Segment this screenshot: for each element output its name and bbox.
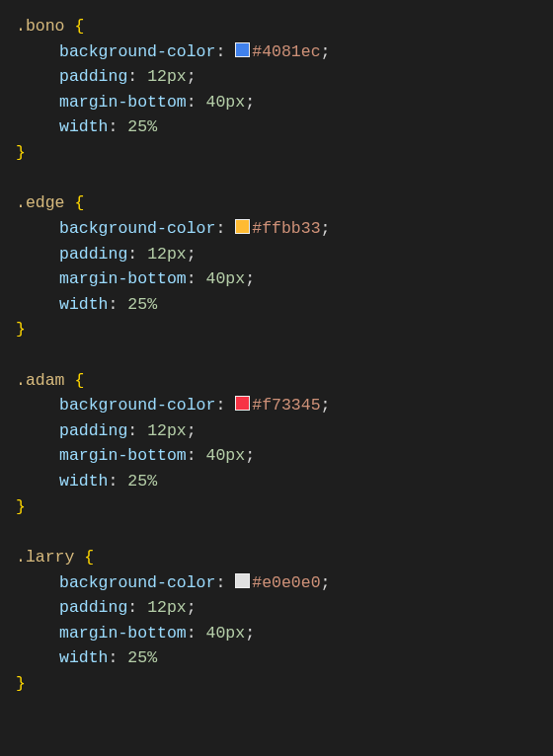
property: background-color (59, 219, 215, 238)
semicolon: ; (245, 93, 255, 112)
css-rule: .bono {background-color: #4081ec;padding… (16, 14, 553, 165)
colon: : (109, 648, 128, 667)
number-value: 12 (147, 598, 167, 617)
close-brace-line: } (16, 671, 553, 697)
colon: : (187, 446, 206, 465)
number-value: 25 (127, 472, 147, 491)
declaration-line: padding: 12px; (16, 64, 553, 90)
declaration-line: margin-bottom: 40px; (16, 266, 553, 292)
declaration-line: width: 25% (16, 292, 553, 318)
code-editor[interactable]: .bono {background-color: #4081ec;padding… (0, 0, 553, 711)
close-brace-line: } (16, 494, 553, 520)
semicolon: ; (321, 396, 331, 415)
semicolon: ; (321, 573, 331, 592)
property: background-color (59, 396, 215, 415)
declaration-line: padding: 12px; (16, 418, 553, 444)
number-value: 25 (127, 295, 147, 314)
declaration-line: width: 25% (16, 469, 553, 494)
selector: .bono (16, 17, 65, 36)
unit-value: px (167, 421, 187, 440)
property: width (59, 117, 109, 136)
close-brace: } (16, 674, 26, 693)
declaration-line: background-color: #4081ec; (16, 39, 553, 65)
open-brace: { (74, 371, 84, 390)
colon: : (215, 573, 235, 592)
colon: : (127, 421, 147, 440)
colon: : (127, 67, 147, 86)
colon: : (187, 269, 206, 288)
open-brace: { (74, 17, 84, 36)
hex-value: #4081ec (252, 42, 320, 61)
colon: : (127, 245, 147, 264)
property: margin-bottom (59, 446, 187, 465)
colon: : (109, 295, 128, 314)
declaration-line: background-color: #f73345; (16, 393, 553, 418)
space (74, 548, 84, 567)
colon: : (215, 219, 235, 238)
colon: : (187, 93, 206, 112)
hex-value: #e0e0e0 (252, 573, 320, 592)
selector: .edge (16, 193, 65, 212)
number-value: 40 (206, 269, 226, 288)
unit-value: px (225, 93, 245, 112)
semicolon: ; (321, 42, 331, 61)
close-brace-line: } (16, 140, 553, 166)
declaration-line: width: 25% (16, 114, 553, 140)
number-value: 25 (127, 117, 147, 136)
unit-value: % (147, 295, 157, 314)
hex-value: #f73345 (252, 396, 320, 415)
close-brace: } (16, 497, 26, 516)
number-value: 25 (127, 648, 147, 667)
number-value: 40 (206, 93, 226, 112)
open-brace: { (74, 193, 84, 212)
semicolon: ; (321, 219, 331, 238)
property: background-color (59, 42, 215, 61)
selector-line: .edge { (16, 190, 553, 216)
unit-value: px (225, 624, 245, 643)
number-value: 12 (147, 421, 167, 440)
property: padding (59, 245, 127, 264)
unit-value: px (167, 598, 187, 617)
property: margin-bottom (59, 624, 187, 643)
declaration-line: margin-bottom: 40px; (16, 443, 553, 469)
semicolon: ; (187, 245, 197, 264)
colon: : (215, 396, 235, 415)
selector-line: .adam { (16, 368, 553, 394)
selector: .larry (16, 548, 74, 567)
property: margin-bottom (59, 93, 187, 112)
semicolon: ; (245, 269, 255, 288)
close-brace: } (16, 143, 26, 162)
close-brace-line: } (16, 317, 553, 342)
property: width (59, 648, 109, 667)
property: width (59, 295, 109, 314)
property: width (59, 472, 109, 491)
declaration-line: background-color: #ffbb33; (16, 216, 553, 242)
selector-line: .larry { (16, 545, 553, 570)
colon: : (215, 42, 235, 61)
color-swatch (235, 42, 250, 57)
unit-value: px (167, 245, 187, 264)
declaration-line: width: 25% (16, 645, 553, 671)
unit-value: % (147, 117, 157, 136)
property: margin-bottom (59, 269, 187, 288)
colon: : (187, 624, 206, 643)
css-rule: .edge {background-color: #ffbb33;padding… (16, 190, 553, 341)
declaration-line: padding: 12px; (16, 595, 553, 621)
property: background-color (59, 573, 215, 592)
semicolon: ; (187, 421, 197, 440)
selector-line: .bono { (16, 14, 553, 39)
color-swatch (235, 573, 250, 588)
unit-value: px (225, 269, 245, 288)
open-brace: { (84, 548, 94, 567)
declaration-line: background-color: #e0e0e0; (16, 570, 553, 596)
property: padding (59, 67, 127, 86)
property: padding (59, 598, 127, 617)
unit-value: % (147, 472, 157, 491)
number-value: 12 (147, 245, 167, 264)
colon: : (127, 598, 147, 617)
semicolon: ; (245, 624, 255, 643)
number-value: 40 (206, 446, 226, 465)
declaration-line: margin-bottom: 40px; (16, 621, 553, 646)
semicolon: ; (187, 67, 197, 86)
space (65, 371, 75, 390)
